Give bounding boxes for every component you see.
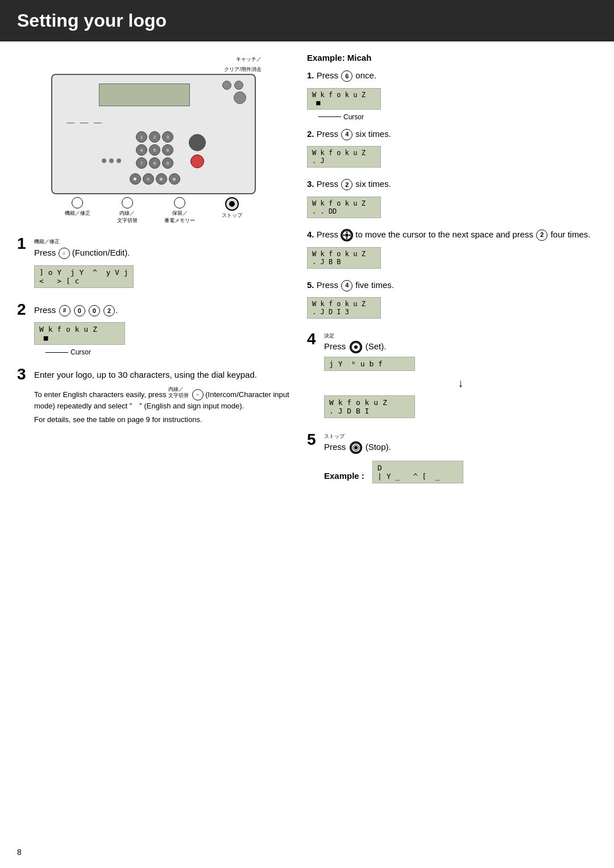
- big-step-4-num: 4: [307, 331, 320, 347]
- step-2-content: Press # 0 0 2. W k f o k u Z ■ Cursor: [34, 302, 290, 357]
- num-btn-9: 9: [162, 157, 173, 169]
- big-step-4: 4 決定 Press (Set). j Y ᵇ u b f: [307, 331, 597, 422]
- big-step-5: 5 ストップ Press (Stop). Example :: [307, 432, 597, 487]
- svg-marker-2: [346, 231, 348, 233]
- num-btn-8: 8: [149, 157, 160, 169]
- svg-marker-3: [346, 237, 348, 239]
- big-step-5-example: Example : D | Y _ ^ [ _: [324, 457, 597, 487]
- svg-point-7: [354, 345, 358, 349]
- ex-step-5-display: W k f o k u Z . J D I 3: [307, 297, 381, 319]
- stop-icon-svg: [351, 443, 361, 453]
- device-screen: [99, 84, 190, 106]
- step-1-display-row2: < > [ c: [39, 277, 128, 285]
- num-btn-5: 5: [149, 144, 160, 156]
- intercom-icon: ○: [192, 389, 204, 400]
- ex-step-4-row2: . J B B: [312, 258, 376, 266]
- ex-step-2-text: 2. Press 4 six times.: [307, 128, 597, 141]
- device-dash2: —: [80, 118, 88, 127]
- device-ctrl-stop: [190, 155, 204, 168]
- cursor-dash: [45, 352, 68, 353]
- num-btn-7: 7: [136, 157, 147, 169]
- ex-cursor-label: Cursor: [318, 113, 597, 121]
- big-step-4-display-before: j Y ᵇ u b f: [324, 357, 415, 371]
- step-2-display-row1: W k f o k u Z: [39, 325, 120, 333]
- ex-step-4: 4. Press to move the cursor to the next …: [307, 228, 597, 272]
- set-icon-svg: [351, 342, 361, 352]
- svg-marker-5: [349, 234, 351, 236]
- ex-step-5-num: 5.: [307, 280, 314, 290]
- step-2-display-row2: ■: [39, 333, 120, 342]
- ex-step-1-row1: W k f o k u Z: [312, 91, 376, 99]
- step-1-num: 1: [17, 236, 30, 252]
- ex-step-1-row2: ■: [312, 99, 376, 107]
- nav-icon: [341, 229, 353, 241]
- step-3-content: Enter your logo, up to 30 characters, us…: [34, 366, 290, 427]
- step-1-jp-label: 機能／修正: [34, 238, 290, 245]
- step-2-num: 2: [17, 302, 30, 318]
- ex-cursor-dash: [318, 116, 341, 117]
- big-step-4-after-row2: . J D B I: [329, 407, 410, 415]
- step-3-sub-text2: For details, see the table on page 9 for…: [34, 414, 290, 425]
- ex-step-3-display: W k f o k u Z . . DD: [307, 197, 381, 218]
- num-btn-4: 4: [136, 144, 147, 156]
- ex-step-2: 2. Press 4 six times. W k f o k u Z . J: [307, 128, 597, 172]
- big-step-4-content: 決定 Press (Set). j Y ᵇ u b f ↓: [324, 331, 597, 422]
- page-header: Setting your logo: [0, 0, 614, 41]
- example-title: Example: Micah: [307, 53, 597, 62]
- cursor-label: Cursor: [45, 348, 290, 356]
- ex-step-3-row2: . . DD: [312, 207, 376, 215]
- ex-btn-2a: 2: [341, 179, 352, 190]
- ex-step-2-num: 2.: [307, 129, 314, 139]
- step-1: 1 機能／修正 Press ○ (Function/Edit). ] o Y j…: [17, 236, 290, 291]
- btn-hash: #: [59, 305, 70, 316]
- step-2-display: W k f o k u Z ■: [34, 322, 125, 345]
- num-btn-1: 1: [136, 131, 147, 143]
- stop-icon: [350, 441, 362, 454]
- ex-step-3-num: 3.: [307, 179, 314, 189]
- step-1-display-row1: ] o Y j Y ^ y V j: [39, 268, 128, 277]
- ex-btn-4b: 4: [341, 280, 352, 291]
- big-step-4-text: Press (Set).: [324, 341, 597, 353]
- device-dash3: —: [94, 118, 102, 127]
- arrow-down: ↓: [324, 377, 597, 390]
- num-btn-star: ✱: [130, 173, 141, 185]
- svg-point-10: [354, 446, 358, 449]
- ex-step-3: 3. Press 2 six times. W k f o k u Z . . …: [307, 178, 597, 222]
- device-dot2: [109, 158, 114, 163]
- num-btn-r1: ⊕: [169, 173, 180, 185]
- left-column: キャッチ／クリア/用件消去 — —: [17, 53, 290, 497]
- step-3-num: 3: [17, 366, 30, 382]
- num-btn-6: 6: [162, 144, 173, 156]
- device-dot1: [102, 158, 106, 163]
- btn-2a: 2: [103, 305, 115, 316]
- big-step-4-before-row1: j Y ᵇ u b f: [329, 360, 410, 368]
- device-dot3: [117, 158, 121, 163]
- ex-step-1-display-area: W k f o k u Z ■ Cursor: [307, 85, 597, 121]
- num-btn-hash: ⊕: [156, 173, 167, 185]
- step-1-display: ] o Y j Y ^ y V j < > [ c: [34, 265, 134, 288]
- num-btn-2: 2: [149, 131, 160, 143]
- step-3: 3 Enter your logo, up to 30 characters, …: [17, 366, 290, 427]
- cursor-text: Cursor: [70, 348, 91, 356]
- big-step-5-example-label: Example :: [324, 471, 364, 481]
- num-btn-0: 0: [143, 173, 154, 185]
- ex-step-1: 1. Press 6 once. W k f o k u Z ■ Cursor: [307, 69, 597, 121]
- right-column: Example: Micah 1. Press 6 once. W k f o …: [307, 53, 597, 497]
- page-number: 8: [17, 848, 22, 857]
- svg-point-1: [345, 233, 349, 237]
- ex-step-4-display: W k f o k u Z . J B B: [307, 247, 381, 269]
- device-top-btn2: [234, 81, 243, 90]
- ex-step-3-row1: W k f o k u Z: [312, 199, 376, 207]
- step-3-sub-text: To enter English characters easily, pres…: [34, 386, 290, 412]
- ex-step-5-row1: W k f o k u Z: [312, 300, 376, 308]
- label-stop: ストップ: [222, 197, 242, 224]
- intercom-jp-label: 内線／文字切替: [168, 386, 189, 399]
- ex-step-3-text: 3. Press 2 six times.: [307, 178, 597, 191]
- ex-btn-2b: 2: [536, 229, 547, 241]
- device-illustration: キャッチ／クリア/用件消去 — —: [17, 53, 290, 224]
- svg-marker-4: [343, 234, 345, 236]
- func-edit-icon: ○: [59, 248, 70, 259]
- label-intercom: 内線／文字切替: [117, 197, 138, 224]
- device-labels: 機能／修正 内線／文字切替 保留／番電メモリー ストップ: [51, 197, 256, 224]
- set-icon: [350, 341, 362, 353]
